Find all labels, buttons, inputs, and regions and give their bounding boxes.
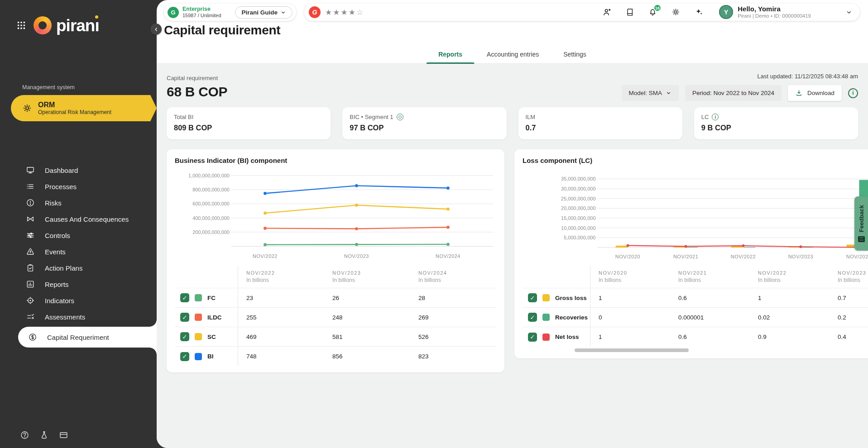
sidebar-item-label: Dashboard	[45, 167, 78, 174]
bi-line-chart-svg: 1,000,000,000,000800,000,000,000600,000,…	[175, 166, 496, 262]
stat-value: 809 B COP	[174, 124, 323, 132]
column-units: In billions	[246, 277, 324, 283]
star-empty-icon[interactable]: ☆	[356, 8, 363, 17]
series-label-cell: ✓Recoveries	[523, 308, 590, 327]
sidebar-item-processes[interactable]: Processes	[0, 178, 157, 195]
info-icon[interactable]: i	[848, 88, 858, 98]
rating-stars[interactable]: ★★★★☆	[325, 8, 363, 17]
svg-text:NOV/2020: NOV/2020	[615, 254, 640, 259]
period-select[interactable]: Period: Nov 2022 to Nov 2024	[685, 85, 782, 101]
sidebar-menu: DashboardProcessesRisksCauses And Conseq…	[0, 162, 157, 348]
table-row-bi: ✓BI748856823	[175, 347, 496, 366]
labs-flask-icon[interactable]	[39, 430, 49, 442]
sidebar-item-capital-requeriment[interactable]: Capital Requeriment	[18, 327, 157, 348]
star-filled-icon[interactable]: ★	[341, 8, 348, 17]
billing-card-icon[interactable]	[59, 430, 68, 442]
page-header: G Enterprise 15987 / Unlimited Pirani Gu…	[157, 0, 868, 64]
svg-text:20,000,000,000: 20,000,000,000	[561, 205, 595, 211]
user-menu-chevron-icon[interactable]	[845, 9, 853, 16]
sidebar-item-label: Action Plans	[45, 264, 82, 272]
column-month: NOV/2022	[246, 270, 324, 276]
app-grid-icon[interactable]	[16, 20, 26, 30]
pirani-guide-button[interactable]: Pirani Guide	[235, 6, 293, 19]
stat-card-ilm: ILM 0.7	[518, 107, 682, 139]
invite-user-icon[interactable]	[602, 7, 612, 17]
knowledge-book-icon[interactable]	[625, 8, 634, 17]
star-filled-icon[interactable]: ★	[349, 8, 355, 17]
table-value-cell: 0.7	[830, 288, 868, 307]
column-month: NOV/2023	[332, 270, 410, 276]
stat-card-bic-segment: BIC • Segment 1 97 B COP	[342, 107, 506, 139]
series-color-swatch	[542, 334, 550, 341]
sidebar-item-reports[interactable]: Reports	[0, 276, 157, 292]
scrollbar-thumb[interactable]	[575, 348, 689, 352]
series-checkbox[interactable]: ✓	[180, 313, 189, 322]
chevron-down-icon	[666, 90, 671, 96]
series-checkbox[interactable]: ✓	[180, 352, 189, 361]
ai-sparkle-icon[interactable]	[694, 7, 704, 17]
sidebar-item-action-plans[interactable]: Action Plans	[0, 260, 157, 276]
series-color-swatch	[195, 314, 202, 321]
sidebar-collapse-button[interactable]	[150, 24, 162, 35]
user-menu[interactable]: Y Hello, Yomira Pirani | Demo • ID: 0000…	[719, 5, 811, 19]
feedback-button[interactable]: Feedback	[854, 196, 868, 251]
table-row-ildc: ✓ILDC255248269	[175, 308, 496, 327]
model-select[interactable]: Model: SMA	[622, 85, 679, 101]
plan-logo-icon: G	[168, 7, 179, 18]
series-name: Gross loss	[555, 295, 587, 301]
series-checkbox[interactable]: ✓	[180, 293, 189, 302]
notifications-bell-icon[interactable]: 16	[648, 7, 657, 17]
sidebar-item-controls[interactable]: Controls	[0, 227, 157, 243]
horizontal-scrollbar	[523, 348, 868, 352]
management-system-label: Management system	[22, 84, 157, 91]
series-label-cell: ✓Gross loss	[523, 288, 590, 307]
series-checkbox[interactable]: ✓	[528, 333, 537, 342]
table-row-recoveries: ✓Recoveries00.0000010.020.2	[523, 308, 868, 327]
stat-card-total-bi: Total BI 809 B COP	[167, 107, 331, 139]
svg-text:25,000,000,000: 25,000,000,000	[561, 196, 595, 201]
column-units: In billions	[418, 277, 496, 283]
series-checkbox[interactable]: ✓	[180, 332, 189, 341]
table-value-cell: 0.02	[750, 308, 830, 327]
settings-gear-icon[interactable]	[671, 7, 681, 17]
user-meta: Pirani | Demo • ID: 0000000419	[738, 13, 811, 19]
table-value-cell: 469	[238, 327, 324, 346]
series-label-cell: ✓Net loss	[523, 327, 590, 347]
sidebar-item-dashboard[interactable]: Dashboard	[0, 162, 157, 178]
svg-text:200,000,000,000: 200,000,000,000	[192, 229, 230, 235]
tab-reports[interactable]: Reports	[426, 45, 475, 64]
bi-component-card: Business Indicator (BI) component 1,000,…	[167, 149, 504, 372]
user-greeting: Hello, Yomira	[738, 5, 811, 13]
series-name: SC	[207, 334, 216, 340]
stat-label: Total BI	[174, 114, 323, 120]
star-filled-icon[interactable]: ★	[333, 8, 340, 17]
sidebar-item-events[interactable]: Events	[0, 243, 157, 260]
sidebar-item-label: Indicators	[45, 297, 74, 305]
eye-icon[interactable]	[397, 114, 403, 120]
sidebar-footer	[20, 430, 68, 442]
sidebar-item-risks[interactable]: Risks	[0, 195, 157, 211]
svg-text:600,000,000,000: 600,000,000,000	[192, 201, 230, 206]
download-button[interactable]: Download	[788, 85, 842, 101]
sidebar-item-causes-and-consequences[interactable]: Causes And Consequences	[0, 211, 157, 227]
feedback-chat-icon	[858, 236, 865, 242]
info-icon[interactable]: i	[712, 114, 719, 120]
help-icon[interactable]	[20, 430, 29, 442]
column-header: NOV/2023In billions	[324, 266, 410, 288]
svg-text:5,000,000,000: 5,000,000,000	[564, 235, 595, 240]
column-units: In billions	[332, 277, 410, 283]
svg-text:NOV/2024: NOV/2024	[846, 254, 868, 259]
sidebar-item-indicators[interactable]: Indicators	[0, 292, 157, 309]
sidebar-item-assessments[interactable]: Assessments	[0, 309, 157, 325]
star-filled-icon[interactable]: ★	[325, 8, 332, 17]
dollar-circle-icon	[28, 333, 37, 342]
sidebar-item-label: Risks	[45, 199, 62, 207]
series-checkbox[interactable]: ✓	[528, 293, 537, 302]
table-header-row: NOV/2022In billionsNOV/2023In billionsNO…	[175, 266, 496, 288]
table-value-cell: 23	[238, 288, 324, 307]
module-selector-orm[interactable]: ORM Operational Risk Management	[11, 95, 150, 121]
tab-settings[interactable]: Settings	[551, 45, 599, 64]
table-row-fc: ✓FC232628	[175, 288, 496, 308]
tab-accounting-entries[interactable]: Accounting entries	[475, 45, 551, 64]
series-checkbox[interactable]: ✓	[528, 313, 537, 322]
